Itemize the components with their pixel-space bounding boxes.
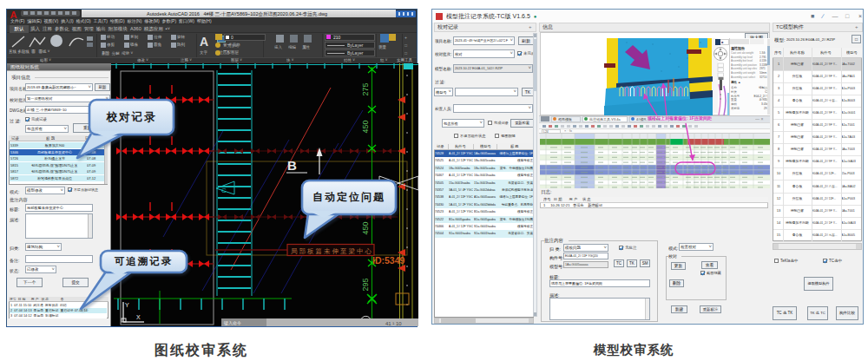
svg-text:275: 275	[361, 82, 370, 95]
svg-text:295: 295	[361, 278, 370, 291]
svg-text:ID:5349: ID:5349	[372, 255, 405, 266]
svg-text:41 ¹ 10: 41 ¹ 10	[385, 321, 402, 326]
svg-text:局部板篇未伸至梁中心: 局部板篇未伸至梁中心	[291, 247, 373, 255]
svg-text:键入命令: 键入命令	[223, 320, 241, 326]
svg-text:X: X	[136, 314, 141, 320]
svg-text:C: C	[221, 187, 227, 194]
svg-text:450: 450	[361, 120, 370, 133]
svg-text:B: B	[287, 158, 297, 173]
